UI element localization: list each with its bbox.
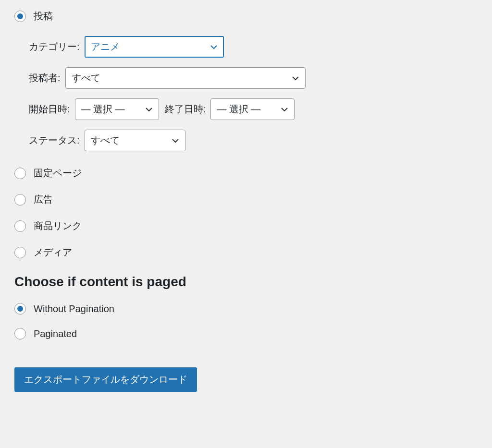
radio-pages[interactable]: [14, 168, 26, 179]
radio-ads-label[interactable]: 広告: [34, 193, 53, 206]
radio-ads[interactable]: [14, 194, 26, 206]
status-select-value: すべて: [91, 134, 120, 147]
category-label: カテゴリー:: [29, 40, 80, 53]
radio-paginated[interactable]: [14, 328, 26, 339]
radio-media-label[interactable]: メディア: [34, 246, 72, 259]
download-export-button[interactable]: エクスポートファイルをダウンロード: [14, 367, 197, 392]
author-select-value: すべて: [72, 72, 100, 85]
radio-without-pagination-label[interactable]: Without Pagination: [34, 303, 114, 315]
start-date-select[interactable]: — 選択 —: [75, 98, 159, 120]
chevron-down-icon: [145, 107, 153, 112]
author-label: 投稿者:: [29, 72, 61, 85]
radio-posts[interactable]: [14, 11, 26, 22]
chevron-down-icon: [210, 45, 218, 49]
category-select[interactable]: アニメ: [85, 36, 224, 58]
start-date-select-value: — 選択 —: [81, 103, 125, 116]
radio-without-pagination[interactable]: [14, 303, 26, 315]
start-date-label: 開始日時:: [29, 103, 70, 116]
author-select[interactable]: すべて: [65, 67, 306, 89]
radio-pages-label[interactable]: 固定ページ: [34, 167, 82, 180]
status-label: ステータス:: [29, 134, 80, 147]
chevron-down-icon: [281, 107, 288, 112]
category-select-value: アニメ: [91, 40, 120, 53]
radio-media[interactable]: [14, 247, 26, 258]
radio-product-links-label[interactable]: 商品リンク: [34, 219, 82, 232]
chevron-down-icon: [292, 76, 299, 81]
radio-posts-label[interactable]: 投稿: [34, 10, 53, 23]
end-date-label: 終了日時:: [165, 103, 206, 116]
end-date-select-value: — 選択 —: [217, 103, 260, 116]
pagination-heading: Choose if content is paged: [14, 274, 478, 290]
status-select[interactable]: すべて: [85, 130, 185, 151]
end-date-select[interactable]: — 選択 —: [210, 98, 295, 120]
radio-product-links[interactable]: [14, 220, 26, 232]
radio-paginated-label[interactable]: Paginated: [34, 328, 77, 339]
chevron-down-icon: [172, 138, 179, 143]
